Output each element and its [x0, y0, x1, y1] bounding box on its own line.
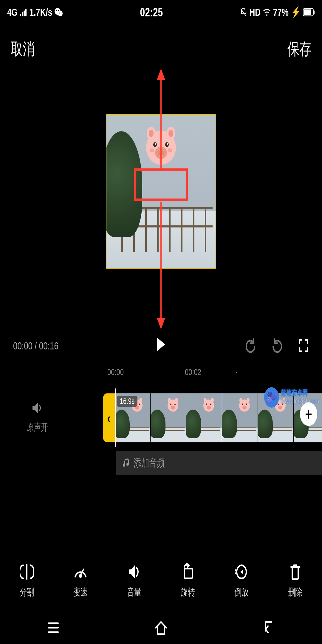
svg-point-52 — [246, 403, 247, 405]
tool-label: 倒放 — [234, 586, 249, 599]
svg-point-6 — [56, 10, 57, 11]
system-nav-bar — [0, 612, 322, 644]
svg-point-5 — [58, 11, 63, 16]
add-audio-label: 添加音频 — [134, 456, 165, 470]
svg-point-42 — [204, 398, 207, 402]
svg-rect-62 — [184, 569, 193, 578]
tool-split[interactable]: 分割 — [9, 563, 45, 599]
annotation-arrow-up — [160, 78, 162, 169]
svg-point-31 — [139, 398, 142, 402]
svg-point-7 — [58, 10, 59, 11]
svg-point-61 — [80, 575, 81, 577]
menu-button[interactable] — [47, 621, 60, 634]
tool-speed[interactable]: 变速 — [63, 563, 98, 599]
battery-label: 77% — [273, 6, 289, 18]
playhead[interactable] — [115, 388, 116, 447]
back-button[interactable] — [262, 620, 275, 636]
original-sound-label: 原声开 — [0, 421, 75, 434]
svg-point-34 — [139, 403, 140, 405]
battery-icon — [303, 8, 315, 16]
svg-point-51 — [242, 403, 243, 405]
svg-point-18 — [149, 130, 154, 137]
svg-point-24 — [155, 143, 156, 145]
svg-point-26 — [167, 143, 168, 145]
svg-point-39 — [170, 403, 171, 405]
watermark-title: 蓝莓安卓网 — [281, 389, 319, 397]
speed-label: 1.7K/s — [30, 6, 52, 18]
redo-button[interactable] — [271, 338, 283, 354]
svg-point-44 — [207, 405, 211, 410]
network-label: 4G — [7, 6, 18, 18]
clock: 02:25 — [140, 5, 163, 19]
tool-label: 分割 — [20, 586, 34, 599]
ruler-tick-2: 00:02 — [185, 367, 201, 377]
svg-rect-1 — [22, 12, 23, 16]
svg-point-27 — [150, 148, 154, 153]
tool-volume[interactable]: 音量 — [116, 563, 152, 599]
tool-label: 音量 — [127, 586, 141, 599]
save-button[interactable]: 保存 — [287, 38, 311, 60]
wifi-icon — [263, 8, 271, 16]
tool-delete[interactable]: 删除 — [277, 563, 313, 599]
clip-thumb — [222, 393, 258, 442]
edit-toolbar: 分割 变速 音量 旋转 倒放 删除 — [0, 558, 322, 603]
svg-point-49 — [247, 398, 250, 402]
cancel-button[interactable]: 取消 — [11, 38, 35, 60]
clip-left-handle[interactable]: ‹ — [103, 393, 115, 442]
svg-point-50 — [242, 405, 247, 410]
speed-icon — [73, 563, 88, 581]
signal-icon — [20, 8, 27, 16]
play-button[interactable] — [156, 336, 166, 355]
top-bar: 取消 保存 — [0, 32, 322, 65]
total-time: 00:16 — [39, 339, 58, 352]
plus-icon: + — [305, 405, 312, 423]
speaker-icon — [0, 402, 75, 417]
svg-point-22 — [162, 150, 164, 155]
svg-point-43 — [211, 398, 214, 402]
home-button[interactable] — [154, 620, 168, 636]
tool-label: 删除 — [288, 586, 302, 599]
bell-off-icon — [240, 7, 247, 17]
clip-thumb — [151, 393, 186, 442]
tool-label: 旋转 — [181, 586, 195, 599]
reverse-icon — [234, 563, 249, 581]
fullscreen-button[interactable] — [298, 338, 309, 353]
tool-rotate[interactable]: 旋转 — [170, 563, 206, 599]
time-display: 00:00 / 00:16 — [13, 339, 58, 352]
annotation-box — [134, 168, 188, 201]
svg-point-9 — [61, 13, 61, 13]
watermark-badge-icon: 🫐 — [264, 387, 279, 408]
ruler-dot: · — [158, 367, 160, 377]
wechat-icon — [55, 7, 63, 17]
ruler-tick-0: 00:00 — [107, 367, 124, 377]
svg-rect-13 — [304, 9, 311, 15]
clip-duration-badge: 16.9s — [117, 396, 137, 407]
svg-point-40 — [174, 403, 176, 405]
svg-point-21 — [158, 150, 160, 155]
music-note-icon — [123, 458, 129, 468]
svg-point-46 — [210, 403, 211, 405]
svg-rect-0 — [20, 14, 21, 16]
svg-point-25 — [165, 142, 169, 147]
tool-reverse[interactable]: 倒放 — [224, 563, 259, 599]
hd-label: HD — [249, 6, 261, 18]
undo-button[interactable] — [244, 338, 256, 354]
charging-icon: ⚡ — [291, 6, 301, 18]
clip-thumb — [186, 393, 222, 442]
svg-rect-3 — [25, 9, 27, 16]
svg-point-28 — [168, 148, 172, 153]
svg-point-38 — [171, 405, 175, 410]
add-clip-button[interactable]: + — [300, 402, 317, 426]
svg-point-8 — [59, 13, 60, 13]
trash-icon — [289, 563, 302, 581]
add-audio-button[interactable]: 添加音频 — [116, 451, 322, 475]
rotate-icon — [181, 563, 195, 581]
original-sound-toggle[interactable]: 原声开 — [0, 402, 75, 434]
svg-rect-2 — [24, 11, 25, 16]
svg-point-45 — [206, 403, 207, 405]
svg-point-19 — [168, 130, 173, 137]
current-time: 00:00 — [13, 339, 32, 352]
svg-point-23 — [153, 142, 157, 147]
ruler-dot-2: · — [236, 367, 237, 377]
arrow-head-up-icon — [157, 69, 165, 80]
